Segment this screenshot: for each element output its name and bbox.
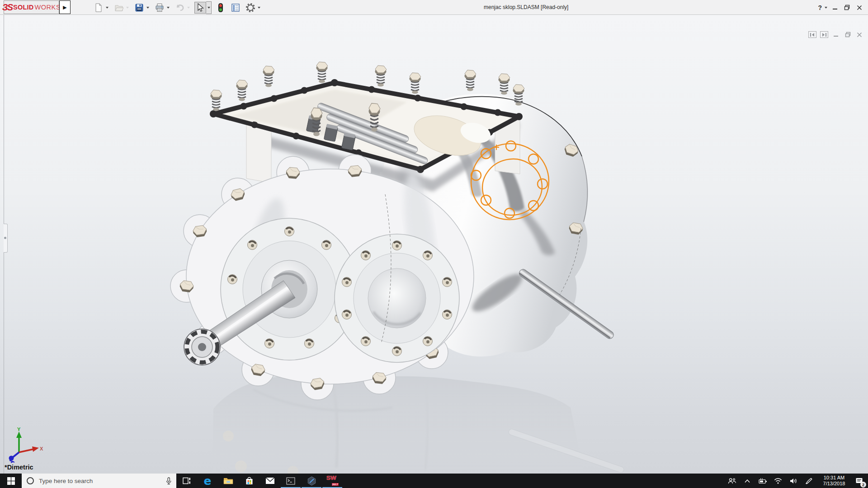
close-icon xyxy=(857,5,862,10)
open-button[interactable] xyxy=(113,2,125,14)
select-tool-button[interactable] xyxy=(194,2,206,14)
notification-badge: 2 xyxy=(860,482,866,488)
taskbar-clock[interactable]: 10:31 AM 7/13/2018 xyxy=(817,475,851,487)
system-tray: 10:31 AM 7/13/2018 2 xyxy=(725,474,868,488)
select-tool-dropdown[interactable] xyxy=(206,1,212,14)
task-view-button[interactable] xyxy=(176,474,197,488)
rebuild-button[interactable] xyxy=(215,2,226,14)
print-dropdown[interactable] xyxy=(165,2,171,14)
new-document-icon xyxy=(94,3,104,13)
options-button[interactable] xyxy=(245,2,256,14)
edge-icon: e xyxy=(204,475,212,487)
speaker-icon xyxy=(790,478,797,484)
chevron-up-icon xyxy=(744,479,750,483)
quick-toolbar xyxy=(93,1,262,14)
doc-minimize-icon xyxy=(833,32,839,38)
wifi-icon xyxy=(774,478,782,484)
start-button[interactable] xyxy=(0,474,22,488)
help-dropdown[interactable] xyxy=(823,2,829,14)
document-window-controls xyxy=(808,31,863,38)
solidworks-logo-works: WORKS xyxy=(34,4,61,11)
solidworks-logo: ЗS SOLIDWORKS xyxy=(4,0,59,14)
display-pane-icon xyxy=(231,3,241,13)
show-hidden-icons-button[interactable] xyxy=(741,474,754,488)
action-center-button[interactable]: 2 xyxy=(853,474,866,488)
help-button[interactable]: ? xyxy=(816,4,823,11)
taskbar-hexagon-app[interactable] xyxy=(301,474,322,488)
file-explorer-icon xyxy=(223,477,233,485)
save-button[interactable] xyxy=(133,2,145,14)
taskbar-store[interactable] xyxy=(239,474,259,488)
feature-tree-collapsed-splitter[interactable] xyxy=(4,224,8,253)
task-view-icon xyxy=(183,477,191,484)
print-button[interactable] xyxy=(154,2,165,14)
reference-triad: Y X xyxy=(5,427,44,465)
options-dropdown[interactable] xyxy=(256,2,262,14)
model-reflection xyxy=(212,375,624,474)
restore-button[interactable] xyxy=(841,2,853,13)
battery-button[interactable] xyxy=(756,474,769,488)
close-button[interactable] xyxy=(853,2,865,13)
traffic-light-icon xyxy=(216,3,225,13)
open-icon xyxy=(114,3,124,13)
pen-icon xyxy=(805,477,813,484)
people-button[interactable] xyxy=(725,474,739,488)
volume-button[interactable] xyxy=(787,474,800,488)
graphics-viewport[interactable]: Y X *Dimetric xyxy=(0,15,868,474)
triad-x-label: X xyxy=(40,446,43,451)
doc-restore-button[interactable] xyxy=(844,31,852,38)
taskbar-edge[interactable]: e xyxy=(197,474,218,488)
taskbar-command-prompt[interactable] xyxy=(280,474,301,488)
undo-icon xyxy=(175,3,185,13)
save-dropdown[interactable] xyxy=(145,2,151,14)
solidworks-2017-icon: SW 2017 xyxy=(326,475,338,487)
taskbar-mail[interactable] xyxy=(259,474,280,488)
search-placeholder: Type here to search xyxy=(39,478,161,484)
doc-restore-icon xyxy=(845,32,851,38)
new-document-dropdown[interactable] xyxy=(104,2,110,14)
command-prompt-icon xyxy=(286,477,295,485)
minimize-icon xyxy=(832,5,838,10)
tile-left-icon xyxy=(810,33,815,37)
doc-minimize-button[interactable] xyxy=(832,31,840,38)
doc-close-icon xyxy=(857,32,862,38)
restore-icon xyxy=(844,5,850,10)
hexagon-app-icon xyxy=(307,476,316,486)
tile-left-button[interactable] xyxy=(808,31,816,38)
select-cursor-icon xyxy=(196,3,205,12)
pen-button[interactable] xyxy=(802,474,816,488)
undo-dropdown[interactable] xyxy=(186,2,191,14)
gear-icon xyxy=(245,3,255,13)
undo-button[interactable] xyxy=(174,2,186,14)
store-icon xyxy=(245,477,254,485)
play-arrow-icon: ▶ xyxy=(63,5,66,10)
print-icon xyxy=(155,3,165,13)
view-orientation-label: *Dimetric xyxy=(5,464,33,471)
triad-y-label: Y xyxy=(17,427,21,432)
solidworks-logo-solid: SOLID xyxy=(13,4,33,11)
taskbar-solidworks-2017[interactable]: SW 2017 xyxy=(322,474,343,488)
doc-close-button[interactable] xyxy=(855,31,863,38)
minimize-button[interactable] xyxy=(829,2,841,13)
people-icon xyxy=(728,478,736,484)
clock-time: 10:31 AM xyxy=(817,475,851,481)
new-document-button[interactable] xyxy=(93,2,104,14)
solidworks-logo-mark: ЗS xyxy=(2,2,12,13)
microphone-icon xyxy=(165,477,172,485)
windows-logo-icon xyxy=(7,477,15,485)
taskbar-file-explorer[interactable] xyxy=(218,474,239,488)
model-canvas-gearbox-assembly[interactable] xyxy=(0,15,868,474)
network-button[interactable] xyxy=(771,474,785,488)
window-controls: ? xyxy=(816,0,865,15)
menu-expand-button[interactable]: ▶ xyxy=(59,0,71,14)
title-bar: ЗS SOLIDWORKS ▶ xyxy=(0,0,868,15)
open-dropdown[interactable] xyxy=(125,2,130,14)
tile-right-button[interactable] xyxy=(820,31,828,38)
secondary-flange xyxy=(335,234,459,362)
taskbar-search-input[interactable]: Type here to search xyxy=(22,474,176,488)
windows-taskbar: Type here to search e xyxy=(0,474,868,488)
mail-icon xyxy=(265,477,275,484)
cortana-ring-icon xyxy=(26,477,34,485)
display-pane-button[interactable] xyxy=(230,2,241,14)
save-icon xyxy=(134,3,144,13)
